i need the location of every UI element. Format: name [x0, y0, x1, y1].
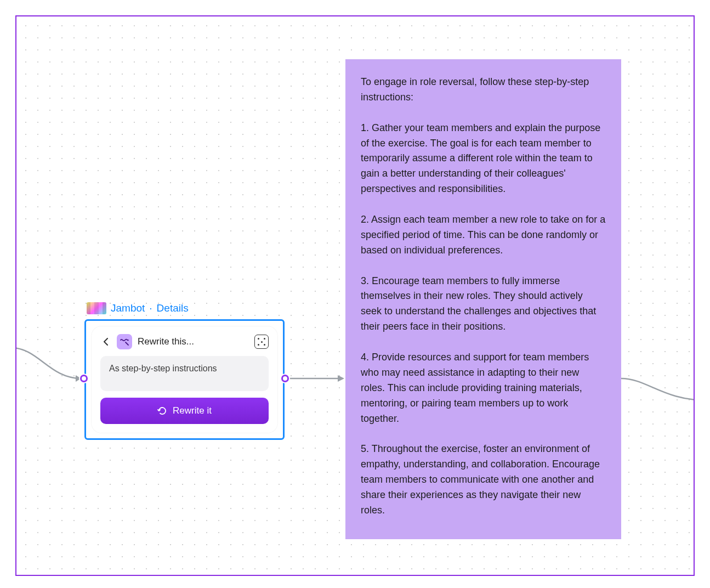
- canvas-frame[interactable]: Jambot · Details Rewrite this... Re: [15, 15, 695, 576]
- widget-app-name[interactable]: Jambot: [111, 302, 145, 314]
- output-step-1: 1. Gather your team members and explain …: [361, 121, 606, 197]
- output-step-2: 2. Assign each team member a new role to…: [361, 212, 606, 258]
- output-sticky-note[interactable]: To engage in role reversal, follow these…: [345, 59, 621, 539]
- back-chevron-icon[interactable]: [100, 336, 111, 347]
- dice-randomize-icon[interactable]: [254, 335, 269, 349]
- output-step-5: 5. Throughout the exercise, foster an en…: [361, 442, 606, 518]
- output-step-4: 4. Provide resources and support for tea…: [361, 350, 606, 426]
- output-step-3: 3. Encourage team members to fully immer…: [361, 274, 606, 335]
- svg-marker-1: [338, 375, 344, 382]
- widget-header: Jambot · Details: [87, 302, 189, 314]
- rewrite-squiggle-icon: [117, 334, 132, 349]
- widget-top-row: Rewrite this...: [100, 334, 269, 349]
- rewrite-button-label: Rewrite it: [173, 405, 212, 416]
- rewrite-button[interactable]: Rewrite it: [100, 398, 269, 424]
- widget-title: Rewrite this...: [138, 336, 249, 347]
- output-intro: To engage in role reversal, follow these…: [361, 75, 606, 105]
- widget-inner: Rewrite this... Rewrite it: [92, 326, 277, 433]
- prompt-input[interactable]: [100, 356, 269, 391]
- output-port[interactable]: [281, 375, 289, 382]
- input-port[interactable]: [80, 375, 88, 382]
- jambot-widget-card[interactable]: Rewrite this... Rewrite it: [84, 319, 285, 440]
- reload-icon: [157, 406, 167, 416]
- jambot-logo-icon: [87, 302, 106, 314]
- widget-details-link[interactable]: Details: [157, 302, 189, 314]
- separator-dot: ·: [149, 302, 152, 314]
